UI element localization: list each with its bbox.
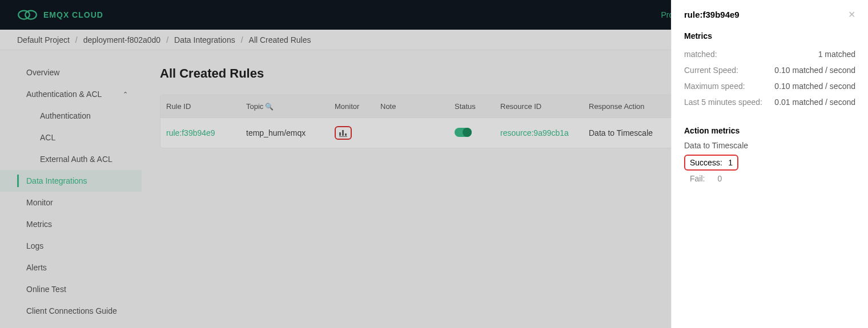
metrics-heading: Metrics	[684, 31, 855, 41]
th-resource-id: Resource ID	[495, 95, 583, 118]
metric-max-speed: Maximum speed:0.10 matched / second	[684, 78, 855, 94]
cell-note	[375, 125, 449, 141]
sidebar-item-online-test[interactable]: Online Test	[0, 278, 142, 300]
action-name: Data to Timescale	[684, 141, 855, 150]
th-note: Note	[375, 95, 449, 118]
sidebar-item-metrics[interactable]: Metrics	[0, 213, 142, 235]
rule-id-link[interactable]: rule:f39b94e9	[166, 128, 215, 137]
chevron-up-icon: ⌃	[123, 91, 128, 98]
sidebar-item-data-integrations[interactable]: Data Integrations	[0, 170, 142, 192]
close-icon[interactable]: ✕	[848, 9, 855, 20]
sidebar-item-overview[interactable]: Overview	[0, 62, 142, 83]
breadcrumb-project[interactable]: Default Project	[17, 35, 70, 44]
metric-last5-speed: Last 5 minutes speed:0.01 matched / seco…	[684, 94, 855, 110]
rule-detail-panel: rule:f39b94e9 ✕ Metrics matched:1 matche…	[671, 0, 868, 328]
th-rule-id: Rule ID	[160, 95, 240, 118]
action-metrics-heading: Action metrics	[684, 126, 855, 135]
highlight-box-success: Success:1	[684, 155, 855, 171]
sidebar-item-monitor[interactable]: Monitor	[0, 192, 142, 213]
sidebar-item-acl[interactable]: ACL	[0, 127, 142, 148]
th-monitor: Monitor	[329, 95, 375, 118]
sidebar-item-alerts[interactable]: Alerts	[0, 257, 142, 278]
monitor-chart-icon[interactable]	[339, 129, 347, 137]
status-toggle[interactable]	[455, 128, 472, 137]
brand-logo[interactable]: EMQX CLOUD	[17, 9, 103, 21]
cell-topic: temp_hum/emqx	[240, 120, 329, 145]
sidebar-item-logs[interactable]: Logs	[0, 235, 142, 257]
sidebar-item-external-auth[interactable]: External Auth & ACL	[0, 148, 142, 170]
success-value: 1	[728, 158, 733, 167]
th-topic[interactable]: Topic🔍	[240, 95, 329, 118]
brand-text: EMQX CLOUD	[43, 10, 103, 19]
breadcrumb-deployment[interactable]: deployment-f802a0d0	[83, 35, 160, 44]
success-label: Success:	[690, 158, 722, 167]
sidebar-item-client-connections[interactable]: Client Connections Guide	[0, 300, 142, 322]
metric-matched: matched:1 matched	[684, 46, 855, 62]
resource-id-link[interactable]: resource:9a99cb1a	[500, 128, 569, 137]
metric-fail: Fail:0	[684, 171, 855, 187]
logo-icon	[17, 9, 38, 21]
metric-current-speed: Current Speed:0.10 matched / second	[684, 62, 855, 78]
svg-point-1	[25, 11, 37, 19]
search-icon: 🔍	[265, 103, 274, 111]
panel-title: rule:f39b94e9	[684, 10, 740, 19]
sidebar-group-auth[interactable]: Authentication & ACL⌃	[0, 83, 142, 105]
th-status: Status	[449, 95, 495, 118]
breadcrumb-current: All Created Rules	[249, 35, 311, 44]
sidebar: Overview Authentication & ACL⌃ Authentic…	[0, 50, 142, 328]
sidebar-item-authentication[interactable]: Authentication	[0, 105, 142, 127]
highlight-box	[335, 126, 352, 140]
breadcrumb-integrations[interactable]: Data Integrations	[174, 35, 235, 44]
